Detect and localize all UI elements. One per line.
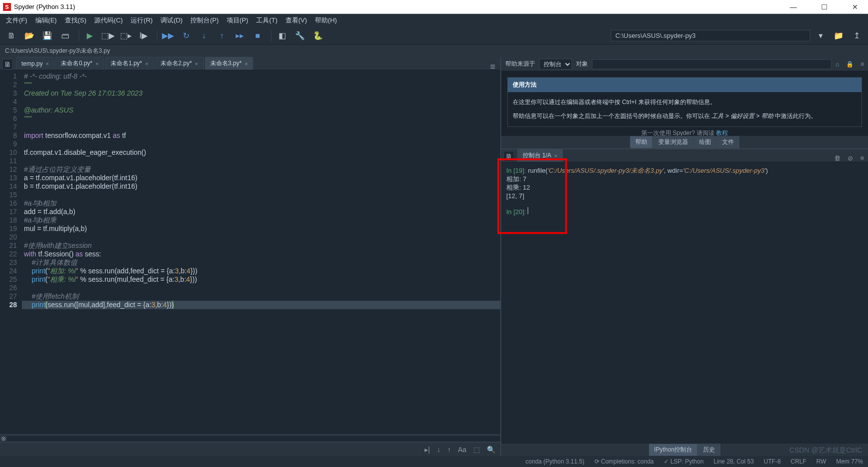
panel-tab-变量浏览器[interactable]: 变量浏览器 (653, 136, 694, 148)
status-position[interactable]: Line 28, Col 53 (714, 458, 754, 465)
panel-tab-绘图[interactable]: 绘图 (694, 136, 717, 148)
working-dir-input[interactable] (611, 30, 810, 41)
code-editor[interactable]: 1234567891011121314151617181920212223242… (0, 70, 500, 434)
status-conda[interactable]: conda (Python 3.11.5) (526, 458, 584, 465)
titlebar: S Spyder (Python 3.11) — ☐ ✕ (0, 0, 868, 14)
dropdown-icon[interactable]: ▾ (813, 29, 828, 43)
menubar: 文件(F)编辑(E)查找(S)源代码(C)运行(R)调试(D)控制台(P)项目(… (0, 14, 868, 27)
menu-查看[interactable]: 查看(V) (283, 15, 310, 26)
bottom-tab-IPython控制台[interactable]: IPython控制台 (649, 444, 698, 456)
saveall-icon[interactable]: 🗃 (58, 29, 73, 43)
panel-tab-文件[interactable]: 文件 (717, 136, 739, 148)
help-line1: 在这里你可以通过在编辑器或者终端中按 Ctrl+I 来获得任何对象的帮助信息。 (513, 97, 857, 107)
trash-icon[interactable]: 🗑 (834, 154, 841, 162)
stop-icon[interactable]: ■ (250, 29, 265, 43)
status-encoding[interactable]: UTF-8 (764, 458, 781, 465)
parent-dir-icon[interactable]: ↥ (849, 29, 864, 43)
help-source-select[interactable]: 控制台 (539, 59, 572, 70)
file-path-breadcrumb: C:\Users\ASUS\.spyder-py3\未命名3.py (0, 45, 868, 57)
maximize-pane-icon[interactable]: ◧ (275, 29, 289, 43)
console-tabs: 🗎 控制台 1/A× 🗑 ⊘ ≡ (501, 149, 868, 162)
console-tab[interactable]: 控制台 1/A× (517, 149, 563, 162)
close-icon[interactable]: × (554, 153, 557, 159)
menu-运行[interactable]: 运行(R) (128, 15, 155, 26)
menu-源代码[interactable]: 源代码(C) (91, 15, 126, 26)
panel-tab-帮助[interactable]: 帮助 (630, 136, 653, 148)
step-into-icon[interactable]: ↓ (196, 29, 211, 43)
status-lsp[interactable]: LSP: Python (670, 458, 704, 465)
editor-tab[interactable]: 未命名3.py*× (205, 57, 254, 70)
watermark: CSDN @艺术就是CtrlC (789, 446, 862, 455)
minimize-button[interactable]: — (783, 2, 803, 12)
menu-帮助[interactable]: 帮助(H) (312, 15, 340, 26)
new-tab-button[interactable]: 🗎 (2, 59, 13, 70)
step-out-icon[interactable]: ↑ (214, 29, 229, 43)
help-bar: 帮助来源于 控制台 对象 ⌂ 🔒 ≡ (501, 57, 868, 71)
step-over-icon[interactable]: ↻ (178, 29, 193, 43)
menu-icon[interactable]: ≡ (861, 61, 864, 68)
run-cell-advance-icon[interactable]: ⬚▸ (118, 29, 133, 43)
home-icon[interactable]: ⌂ (836, 61, 839, 68)
new-file-icon[interactable]: 🗎 (4, 29, 19, 43)
interrupt-icon[interactable]: ⊘ (848, 154, 853, 162)
help-line2: 帮助信息可以在一个对象之后加上一个左圆括号的时候自动显示。你可以在 工具 > 偏… (513, 111, 857, 121)
status-rw[interactable]: RW (816, 458, 826, 465)
close-icon[interactable]: × (245, 61, 248, 67)
window-title: Spyder (Python 3.11) (14, 3, 783, 10)
run-selection-icon[interactable]: I▶ (136, 29, 151, 43)
menu-查找[interactable]: 查找(S) (62, 15, 89, 26)
status-completions[interactable]: Completions: conda (601, 458, 654, 465)
menu-文件[interactable]: 文件(F) (3, 15, 30, 26)
editor-tab[interactable]: 未命名2.py*× (155, 57, 204, 70)
case-sensitive-icon[interactable]: Aa (458, 446, 466, 454)
menu-工具[interactable]: 工具(T) (253, 15, 281, 26)
save-icon[interactable]: 💾 (40, 29, 55, 43)
whole-word-icon[interactable]: ⬚ (473, 446, 480, 454)
continue-icon[interactable]: ▸▸ (232, 29, 247, 43)
help-object-input[interactable] (592, 59, 832, 69)
editor-tabs: 🗎 temp.py×未命名0.py*×未命名1.py*×未命名2.py*×未命名… (0, 57, 500, 70)
browse-dir-icon[interactable]: 📁 (831, 29, 846, 43)
python-path-icon[interactable]: 🐍 (310, 29, 325, 43)
console-menu-icon[interactable]: ≡ (860, 154, 864, 162)
tutorial-link[interactable]: 教程 (716, 129, 728, 136)
help-title: 使用方法 (508, 78, 862, 92)
arrow-up-icon[interactable]: ↑ (447, 446, 451, 454)
menu-项目[interactable]: 项目(P) (224, 15, 251, 26)
run-icon[interactable]: ▶ (82, 29, 97, 43)
maximize-button[interactable]: ☐ (814, 2, 834, 12)
tab-options-icon[interactable]: ≡ (487, 64, 498, 70)
open-file-icon[interactable]: 📂 (22, 29, 37, 43)
app-icon: S (3, 3, 11, 11)
editor-tab[interactable]: 未命名1.py*× (105, 57, 154, 70)
editor-scrollbar[interactable]: ⊗ (0, 434, 500, 442)
preferences-icon[interactable]: 🔧 (292, 29, 307, 43)
close-icon[interactable]: × (46, 61, 49, 67)
editor-tab[interactable]: temp.py× (16, 57, 54, 70)
close-icon[interactable]: × (195, 61, 198, 67)
menu-编辑[interactable]: 编辑(E) (32, 15, 60, 26)
menu-控制台[interactable]: 控制台(P) (187, 15, 221, 26)
help-object-label: 对象 (576, 60, 588, 68)
toolbar: 🗎 📂 💾 🗃 ▶ ⬚▶ ⬚▸ I▶ ▶▶ ↻ ↓ ↑ ▸▸ ■ ◧ 🔧 🐍 ▾… (0, 27, 868, 45)
run-cell-icon[interactable]: ⬚▶ (100, 29, 115, 43)
goto-line-icon[interactable]: ▸| (425, 446, 430, 454)
status-mem[interactable]: Mem 77% (836, 458, 863, 465)
lock-icon[interactable]: 🔒 (846, 61, 854, 68)
console-output[interactable]: In [19]: runfile('C:/Users/ASUS/.spyder-… (501, 162, 868, 444)
close-icon[interactable]: × (145, 61, 148, 67)
arrow-down-icon[interactable]: ↓ (437, 446, 440, 454)
help-footer: 第一次使用 Spyder? 请阅读 教程 (507, 129, 862, 136)
help-source-label: 帮助来源于 (505, 60, 535, 68)
debug-icon[interactable]: ▶▶ (160, 29, 175, 43)
bottom-tab-历史[interactable]: 历史 (698, 444, 721, 456)
regex-icon[interactable]: 🔍 (487, 446, 495, 454)
console-new-tab-button[interactable]: 🗎 (503, 151, 514, 162)
scroll-close-icon[interactable]: ⊗ (0, 435, 7, 442)
close-icon[interactable]: × (95, 61, 98, 67)
editor-tab[interactable]: 未命名0.py*× (55, 57, 104, 70)
status-eol[interactable]: CRLF (791, 458, 806, 465)
statusbar: conda (Python 3.11.5) ⟳ Completions: con… (0, 456, 868, 467)
close-button[interactable]: ✕ (845, 2, 865, 12)
menu-调试[interactable]: 调试(D) (157, 15, 185, 26)
